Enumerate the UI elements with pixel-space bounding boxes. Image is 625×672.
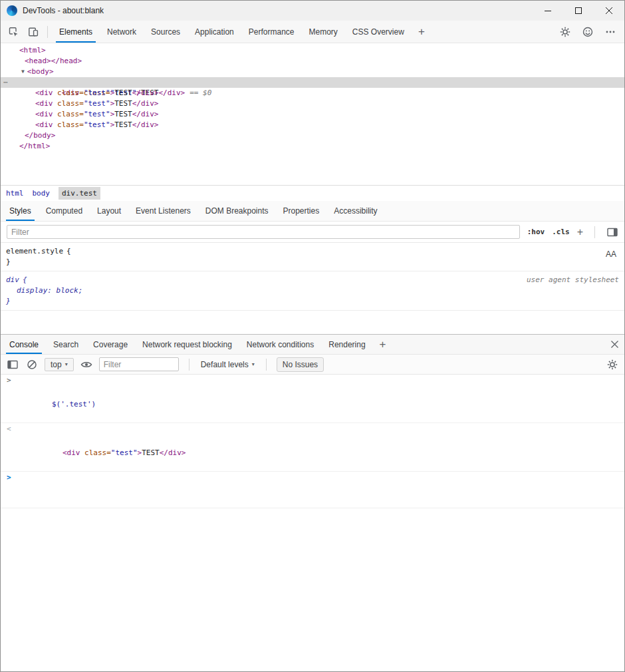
console-filter-input[interactable] <box>99 357 179 371</box>
feedback-button[interactable] <box>578 26 598 38</box>
clear-console-icon <box>26 359 38 371</box>
live-expression-button[interactable] <box>80 359 93 371</box>
chevron-down-icon: ▾ <box>252 361 255 367</box>
close-drawer-icon <box>611 341 618 348</box>
tree-node-div[interactable]: <div class="test">TEST</div> <box>1 98 624 109</box>
new-style-rule-button[interactable]: + <box>577 226 583 238</box>
collapse-twisty-icon[interactable]: ▼ <box>21 69 25 75</box>
styles-pane-tabs: Styles Computed Layout Event Listeners D… <box>1 201 624 222</box>
tab-application[interactable]: Application <box>188 21 241 43</box>
console-toolbar-divider <box>266 359 267 371</box>
tab-sources[interactable]: Sources <box>144 21 188 43</box>
close-drawer-button[interactable] <box>604 335 624 354</box>
tab-rendering[interactable]: Rendering <box>321 335 372 354</box>
edge-devtools-icon <box>7 5 17 16</box>
font-editor-icon[interactable]: AA <box>606 249 616 259</box>
breadcrumb-item-html[interactable]: html <box>6 189 24 198</box>
tree-node-div[interactable]: <div class="test">TEST</div> <box>1 88 624 98</box>
plus-icon: + <box>380 338 386 351</box>
console-prompt-row[interactable]: > <box>1 472 624 508</box>
tab-layout[interactable]: Layout <box>90 201 128 221</box>
feedback-smiley-icon <box>582 26 594 38</box>
tree-node-div[interactable]: <div class="test">TEST</div> <box>1 109 624 120</box>
clear-console-button[interactable] <box>25 359 39 371</box>
settings-button[interactable] <box>555 26 575 38</box>
tree-node-head[interactable]: <head></head> <box>1 56 624 67</box>
eye-icon <box>80 359 92 371</box>
tab-dom-breakpoints[interactable]: DOM Breakpoints <box>198 201 276 221</box>
more-tabs-button[interactable]: + <box>412 21 432 43</box>
window-title: DevTools - about:blank <box>23 6 104 15</box>
styles-rules: element.style{ } AA user agent styleshee… <box>1 243 624 334</box>
more-drawer-tabs-button[interactable]: + <box>373 335 393 354</box>
console-settings-button[interactable] <box>606 359 619 371</box>
main-toolbar: Elements Network Sources Application Per… <box>1 21 624 43</box>
console-empty-area <box>1 508 624 672</box>
issues-badge[interactable]: No Issues <box>277 357 324 372</box>
close-icon <box>606 7 612 14</box>
tab-performance[interactable]: Performance <box>241 21 302 43</box>
console-toolbar: top ▾ Default levels ▾ No Issues <box>1 355 624 375</box>
close-button[interactable] <box>594 1 624 21</box>
inspect-icon <box>7 26 19 38</box>
tree-node-div-selected[interactable]: ⋯<div class="test">TEST</div>== $0 <box>1 77 624 88</box>
devtools-window: DevTools - about:blank <box>0 0 625 672</box>
element-classes-toggle[interactable]: .cls <box>552 228 570 236</box>
tab-styles[interactable]: Styles <box>2 201 39 221</box>
tab-coverage[interactable]: Coverage <box>86 335 135 354</box>
tab-network-request-blocking[interactable]: Network request blocking <box>135 335 239 354</box>
element-style-section[interactable]: element.style{ } AA <box>1 243 624 271</box>
styles-empty-area <box>1 311 624 334</box>
breadcrumb-item-body[interactable]: body <box>33 189 51 198</box>
console-drawer: Console Search Coverage Network request … <box>1 334 624 672</box>
tab-network-conditions[interactable]: Network conditions <box>239 335 321 354</box>
tab-elements[interactable]: Elements <box>52 21 100 43</box>
gear-icon <box>559 26 571 38</box>
tree-node-html-close[interactable]: </html> <box>1 141 624 152</box>
pseudo-state-toggle[interactable]: :hov <box>527 228 545 236</box>
tab-event-listeners[interactable]: Event Listeners <box>128 201 198 221</box>
console-sidebar-button[interactable] <box>6 359 19 371</box>
filter-bar-divider <box>594 226 595 238</box>
window-controls <box>533 1 624 21</box>
user-agent-style-rule: user agent stylesheet div{ display: bloc… <box>1 271 624 311</box>
drawer-tabs: Console Search Coverage Network request … <box>1 335 624 355</box>
tab-console[interactable]: Console <box>2 335 46 354</box>
toggle-sidebar-icon[interactable] <box>606 226 618 238</box>
maximize-icon <box>575 7 582 14</box>
node-options-dots-icon[interactable]: ⋯ <box>3 77 8 88</box>
css-declaration: display: block; <box>17 286 82 295</box>
device-toolbar-button[interactable] <box>23 21 43 43</box>
breadcrumb-item-div-test[interactable]: div.test <box>59 187 100 200</box>
tab-properties[interactable]: Properties <box>276 201 327 221</box>
styles-filter-input[interactable] <box>7 225 520 239</box>
tab-network[interactable]: Network <box>100 21 144 43</box>
more-horizontal-icon <box>604 26 616 38</box>
breadcrumb: html body div.test <box>1 185 624 201</box>
console-context-selector[interactable]: top ▾ <box>45 358 74 371</box>
inspect-element-button[interactable] <box>3 21 23 43</box>
tab-search[interactable]: Search <box>46 335 86 354</box>
result-chevron-icon: < <box>7 423 11 435</box>
console-sidebar-icon <box>7 359 19 371</box>
more-options-button[interactable] <box>600 26 620 38</box>
console-command-row: > $('.test') <box>1 375 624 423</box>
command-chevron-icon: > <box>7 375 11 387</box>
elements-tree: <html> <head></head> ▼<body> ⋯<div class… <box>1 43 624 185</box>
console-toolbar-divider <box>189 359 189 371</box>
tree-node-body-open[interactable]: ▼<body> <box>1 67 624 77</box>
tree-node-div[interactable]: <div class="test">TEST</div> <box>1 120 624 130</box>
tab-css-overview[interactable]: CSS Overview <box>345 21 412 43</box>
tab-memory[interactable]: Memory <box>302 21 345 43</box>
titlebar: DevTools - about:blank <box>1 1 624 21</box>
tree-node-html-open[interactable]: <html> <box>1 45 624 56</box>
maximize-button[interactable] <box>563 1 594 21</box>
log-levels-selector[interactable]: Default levels ▾ <box>199 360 256 369</box>
console-result-row[interactable]: < <div class="test">TEST</div> <box>1 423 624 472</box>
minimize-icon <box>545 7 551 14</box>
tab-computed[interactable]: Computed <box>39 201 90 221</box>
console-command-text: $('.test') <box>52 400 96 409</box>
minimize-button[interactable] <box>533 1 563 21</box>
tab-accessibility[interactable]: Accessibility <box>326 201 384 221</box>
tree-node-body-close[interactable]: </body> <box>1 130 624 141</box>
